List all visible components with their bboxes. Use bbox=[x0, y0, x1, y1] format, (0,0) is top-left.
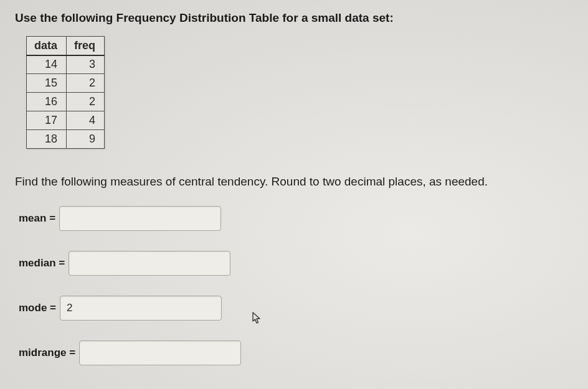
midrange-row: midrange = bbox=[19, 340, 573, 365]
cell-freq: 9 bbox=[67, 130, 105, 149]
mean-label: mean = bbox=[19, 212, 55, 225]
mean-row: mean = bbox=[19, 206, 573, 231]
median-row: median = bbox=[19, 251, 573, 276]
table-row: 16 2 bbox=[27, 93, 105, 111]
table-row: 18 9 bbox=[27, 130, 105, 149]
median-input[interactable] bbox=[69, 251, 230, 276]
frequency-table: data freq 14 3 15 2 16 2 17 4 18 9 bbox=[26, 36, 105, 149]
cell-freq: 2 bbox=[67, 93, 105, 111]
header-freq: freq bbox=[67, 37, 105, 55]
cell-freq: 4 bbox=[67, 111, 105, 130]
median-label: median = bbox=[19, 257, 65, 269]
midrange-label: midrange = bbox=[19, 347, 75, 359]
cell-data: 17 bbox=[27, 111, 67, 130]
mean-input[interactable] bbox=[59, 206, 221, 231]
table-row: 15 2 bbox=[27, 74, 105, 93]
cell-data: 16 bbox=[27, 93, 67, 111]
midrange-input[interactable] bbox=[79, 340, 241, 365]
table-row: 17 4 bbox=[27, 111, 105, 130]
cell-data: 15 bbox=[27, 74, 67, 93]
header-data: data bbox=[27, 37, 67, 55]
mode-row: mode = bbox=[19, 296, 573, 321]
table-header-row: data freq bbox=[27, 37, 105, 55]
cell-data: 18 bbox=[27, 130, 67, 149]
cell-data: 14 bbox=[27, 55, 67, 74]
mode-label: mode = bbox=[19, 302, 56, 314]
prompt-text: Use the following Frequency Distribution… bbox=[15, 11, 573, 25]
cell-freq: 3 bbox=[67, 55, 105, 74]
table-row: 14 3 bbox=[27, 55, 105, 74]
cell-freq: 2 bbox=[67, 74, 105, 93]
mode-input[interactable] bbox=[60, 296, 222, 321]
instruction-text: Find the following measures of central t… bbox=[15, 175, 573, 189]
